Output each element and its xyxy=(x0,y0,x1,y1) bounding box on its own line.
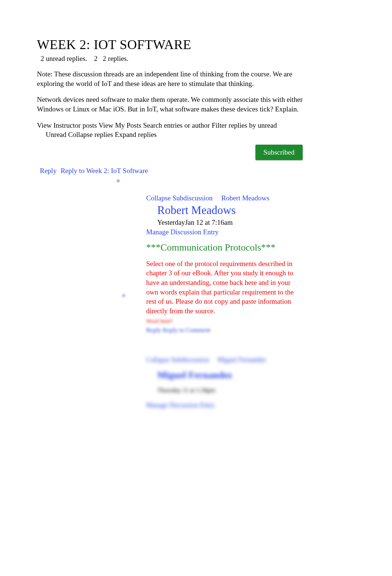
post-title: ***Communication Protocols*** xyxy=(146,242,294,253)
author-link[interactable]: Miguel Fernandez xyxy=(218,356,266,363)
reply-button[interactable]: Reply xyxy=(146,327,161,334)
post-timestamp: Thursday 11 at 1:38pm xyxy=(157,387,294,394)
manage-entry[interactable]: Manage Discussion Entry xyxy=(146,228,219,236)
discussion-post-blurred: Collapse Subdiscussion Miguel Fernandez … xyxy=(146,356,294,409)
view-my-posts[interactable]: View My Posts xyxy=(99,121,141,129)
reply-to-topic[interactable]: Reply to Week 2: IoT Software xyxy=(61,167,148,175)
expand-icon[interactable]: ⯐ xyxy=(37,179,199,183)
filter-unread[interactable]: Filter replies by unread xyxy=(212,121,277,129)
manage-entry[interactable]: Manage Discussion Entry xyxy=(146,401,215,409)
subscribed-button[interactable]: Subscribed xyxy=(255,145,303,160)
post-author[interactable]: Robert Meadows xyxy=(157,204,294,217)
main-reply-line: Reply Reply to Week 2: IoT Software xyxy=(40,167,303,175)
discussion-prompt: Network devices need software to make th… xyxy=(37,95,303,114)
post-timestamp: YesterdayJan 12 at 7:16am xyxy=(157,218,294,227)
thread-icon[interactable]: ⯐ xyxy=(122,293,126,298)
unread-replies: 2 unread replies. xyxy=(41,55,87,62)
view-instructor-posts[interactable]: View Instructor posts xyxy=(37,121,97,129)
reply-stats: 2 unread replies. 22 replies. xyxy=(41,55,303,63)
toolbar: View Instructor posts View My Posts Sear… xyxy=(37,121,303,139)
reply-button[interactable]: Reply xyxy=(40,167,56,175)
search-entries[interactable]: Search entries or author xyxy=(143,121,210,129)
collapse-subdiscussion[interactable]: Collapse Subdiscussion xyxy=(146,356,209,363)
post-body: Select one of the protocol requirements … xyxy=(146,259,294,316)
replies-count: 22 replies. xyxy=(94,55,134,62)
word-limit: Word limit? xyxy=(146,318,294,324)
discussion-note: Note: These discussion threads are an in… xyxy=(37,69,303,88)
unread-toggle[interactable]: Unread xyxy=(46,131,66,138)
expand-replies[interactable]: Expand replies xyxy=(115,131,157,138)
page-title: WEEK 2: IOT SOFTWARE xyxy=(37,37,303,52)
reply-to-comment[interactable]: Reply to Comment xyxy=(163,327,210,334)
collapse-replies[interactable]: Collapse replies xyxy=(68,131,113,138)
collapse-subdiscussion[interactable]: Collapse Subdiscussion xyxy=(146,194,213,202)
post-author[interactable]: Miguel Fernandez xyxy=(157,370,294,381)
author-link[interactable]: Robert Meadows xyxy=(221,194,269,202)
discussion-post: Collapse Subdiscussion Robert Meadows Ro… xyxy=(146,194,294,334)
